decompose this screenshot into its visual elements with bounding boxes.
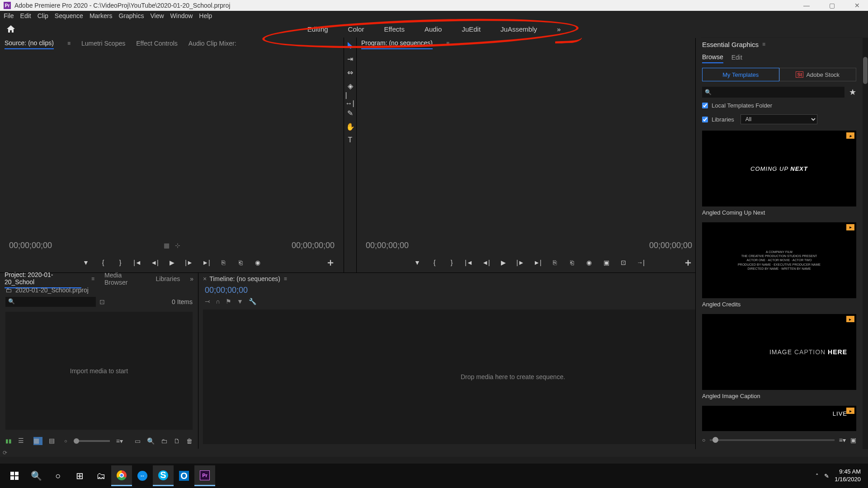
maximize-button[interactable]: ▢	[825, 2, 839, 9]
export-frame-button[interactable]: ◉	[584, 258, 594, 267]
freeform-view-button[interactable]: ▤	[49, 437, 58, 445]
workspace-editing[interactable]: Editing	[297, 21, 338, 38]
menu-sequence[interactable]: Sequence	[55, 12, 83, 19]
step-fwd-button[interactable]: |►	[184, 258, 194, 267]
hand-tool[interactable]: ✋	[345, 122, 355, 131]
find-icon[interactable]: ⊡	[99, 298, 105, 305]
extract-button[interactable]: ⎗	[567, 258, 577, 267]
sort-icon[interactable]: ≡▾	[116, 437, 123, 445]
panel-menu-icon[interactable]: ≡	[446, 40, 449, 47]
lift-button[interactable]: ⎘	[550, 258, 560, 267]
project-bin-area[interactable]: Import media to start	[5, 312, 193, 430]
step-fwd-button[interactable]: |►	[515, 258, 525, 267]
icon-view-button[interactable]: ▦	[33, 437, 42, 445]
insert-button[interactable]: ⎘	[218, 258, 228, 267]
menu-clip[interactable]: Clip	[38, 12, 48, 19]
eg-search-input[interactable]	[702, 87, 844, 98]
tab-effect-controls[interactable]: Effect Controls	[136, 38, 178, 49]
eg-source-my-templates[interactable]: My Templates	[702, 68, 779, 81]
in-point-button[interactable]: {	[98, 258, 108, 267]
rw-icon[interactable]: ▮▮	[5, 438, 12, 444]
step-back-button[interactable]: ◄|	[150, 258, 160, 267]
zoom-slider[interactable]	[74, 440, 110, 442]
tray-overflow-icon[interactable]: ˄	[816, 473, 819, 479]
favorites-icon[interactable]: ★	[849, 87, 856, 97]
panel-menu-icon[interactable]: ≡	[67, 40, 71, 47]
panel-menu-icon[interactable]: ≡	[284, 276, 287, 282]
scrollbar-thumb[interactable]	[863, 57, 868, 84]
wrench-icon[interactable]: 🔧	[249, 298, 256, 305]
workspace-overflow[interactable]: »	[547, 21, 571, 38]
home-button[interactable]	[5, 23, 16, 34]
new-layer-icon[interactable]: ▣	[850, 436, 856, 444]
sort-icon[interactable]: ≡▾	[839, 436, 846, 444]
workspace-juedit[interactable]: JuEdit	[452, 21, 491, 38]
eg-source-adobe-stock[interactable]: St Adobe Stock	[779, 68, 857, 81]
marker-button[interactable]: ▼	[412, 258, 422, 267]
out-point-button[interactable]: }	[115, 258, 125, 267]
automate-icon[interactable]: ▭	[135, 437, 141, 445]
taskbar-clock[interactable]: 9:45 AM 1/16/2020	[835, 468, 861, 483]
cortana-button[interactable]: ○	[47, 465, 69, 486]
delete-button[interactable]: 🗑	[186, 437, 193, 445]
tab-lumetri-scopes[interactable]: Lumetri Scopes	[81, 38, 125, 49]
workspace-audio[interactable]: Audio	[415, 21, 452, 38]
start-button[interactable]	[4, 465, 25, 486]
selection-tool[interactable]	[345, 40, 355, 50]
taskbar-premiere[interactable]: Pr	[194, 465, 215, 486]
play-button[interactable]: ▶	[498, 258, 508, 267]
slip-tool[interactable]: |↔|	[345, 94, 355, 104]
go-out-button[interactable]: ►|	[201, 258, 211, 267]
menu-edit[interactable]: Edit	[20, 12, 31, 19]
comparison-button[interactable]: ▣	[601, 258, 611, 267]
go-in-button[interactable]: |◄	[464, 258, 474, 267]
close-button[interactable]: ✕	[850, 2, 864, 9]
task-view-button[interactable]: ⊞	[69, 465, 90, 486]
settings-icon[interactable]: ⊹	[175, 242, 180, 249]
check-libraries[interactable]	[702, 117, 708, 122]
taskbar-outlook[interactable]: O	[174, 465, 194, 486]
export-frame-button[interactable]: ◉	[253, 258, 263, 267]
tab-source[interactable]: Source: (no clips)	[5, 38, 54, 49]
marker-icon[interactable]: ⚑	[226, 298, 231, 305]
menu-view[interactable]: View	[150, 12, 164, 19]
ripple-edit-tool[interactable]: ⇔	[345, 67, 355, 77]
in-point-button[interactable]: {	[429, 258, 439, 267]
out-point-button[interactable]: }	[447, 258, 457, 267]
new-item-button[interactable]: 🗋	[174, 437, 180, 445]
play-button[interactable]: ▶	[167, 258, 177, 267]
settings-icon[interactable]: ▼	[237, 298, 243, 305]
linked-selection-icon[interactable]: ∩	[216, 298, 220, 305]
snap-icon[interactable]: ⤙	[205, 298, 210, 305]
workspace-color[interactable]: Color	[338, 21, 374, 38]
menu-graphics[interactable]: Graphics	[118, 12, 144, 19]
taskbar-chrome[interactable]	[111, 465, 132, 486]
libraries-select[interactable]: All	[741, 114, 817, 124]
taskbar-teamviewer[interactable]: ↔	[132, 465, 153, 486]
tab-timeline[interactable]: Timeline: (no sequences)	[209, 275, 280, 282]
eg-zoom-slider[interactable]	[710, 439, 835, 441]
step-back-button[interactable]: ◄|	[481, 258, 491, 267]
project-search-input[interactable]	[5, 297, 96, 307]
menu-markers[interactable]: Markers	[90, 12, 113, 19]
overwrite-button[interactable]: ⎗	[236, 258, 245, 267]
go-out-button[interactable]: ►|	[533, 258, 542, 267]
go-in-button[interactable]: |◄	[132, 258, 142, 267]
tab-audio-clip-mixer[interactable]: Audio Clip Mixer:	[189, 38, 236, 49]
template-item[interactable]: COMING UP NEXT▸ Angled Coming Up Next	[702, 131, 856, 221]
marker-button[interactable]: ▼	[81, 258, 91, 267]
tab-libraries[interactable]: Libraries	[156, 273, 180, 284]
source-monitor[interactable]	[0, 49, 344, 239]
taskbar-skype[interactable]: S	[153, 465, 174, 486]
new-bin-button[interactable]: 🗀	[161, 437, 167, 445]
taskbar-explorer[interactable]: 🗂	[90, 465, 111, 486]
workspace-juassembly[interactable]: JuAssembly	[491, 21, 547, 38]
razor-tool[interactable]: ◈	[345, 81, 355, 91]
menu-file[interactable]: File	[4, 12, 14, 19]
eg-tab-browse[interactable]: Browse	[702, 52, 723, 63]
button-editor[interactable]: ＋	[683, 256, 693, 269]
check-local-templates[interactable]	[702, 103, 708, 108]
template-item[interactable]: IMAGE CAPTION HERE▸ Angled Image Caption	[702, 314, 856, 404]
btn1[interactable]: →|	[636, 258, 646, 267]
button-editor[interactable]: ＋	[326, 256, 335, 269]
